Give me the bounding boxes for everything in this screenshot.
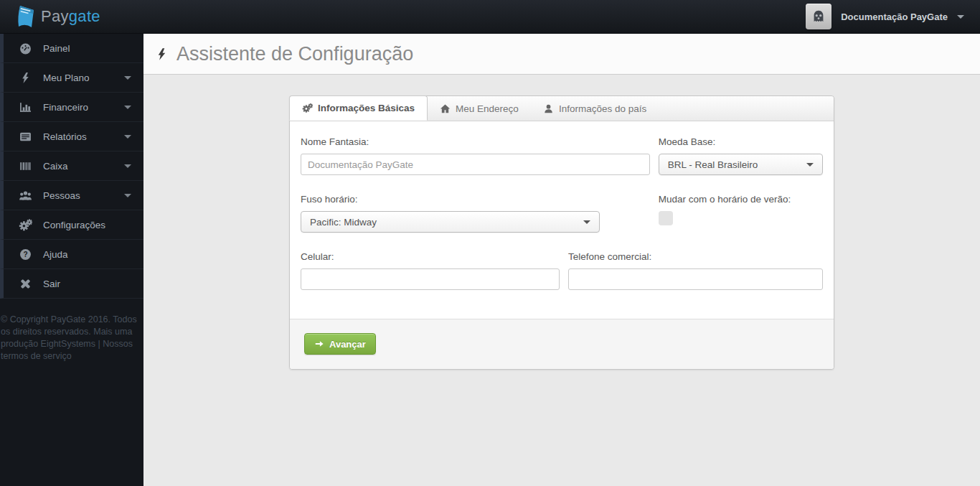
sidebar-item-caixa[interactable]: Caixa: [0, 151, 143, 181]
chevron-down-icon: [124, 76, 131, 80]
fuso-horario-value: Pacific: Midway: [310, 217, 377, 228]
top-navbar: Paygate Documentação PayGate: [0, 0, 980, 34]
sidebar-item-painel[interactable]: Painel: [0, 34, 143, 63]
avatar[interactable]: [806, 4, 831, 29]
avancar-button[interactable]: Avançar: [304, 333, 376, 355]
arrow-right-icon: [314, 339, 324, 349]
tab-bar: Informações Básicas Meu Endereço Informa…: [290, 96, 834, 121]
bolt-icon: [16, 72, 34, 84]
sidebar-item-label: Ajuda: [43, 249, 143, 260]
wizard-form: Nome Fantasia: Moeda Base: BRL - Real Br…: [290, 121, 834, 319]
tachometer-icon: [16, 42, 34, 55]
sidebar-item-pessoas[interactable]: Pessoas: [0, 181, 143, 210]
tab-informacoes-do-pais[interactable]: Informações do país: [531, 96, 659, 121]
brand-text: Paygate: [41, 7, 100, 26]
moeda-base-value: BRL - Real Brasileiro: [668, 159, 758, 170]
wizard-footer: Avançar: [290, 319, 834, 369]
paygate-logo-icon: [14, 4, 36, 29]
home-icon: [440, 103, 451, 114]
svg-text:?: ?: [23, 251, 27, 258]
field-telefone-comercial: Telefone comercial:: [568, 251, 823, 290]
telefone-comercial-label: Telefone comercial:: [568, 251, 823, 262]
sidebar-copyright: © Copyright PayGate 2016. Todos os direi…: [0, 299, 143, 363]
barcode-icon: [16, 160, 34, 172]
field-horario-verao: Mudar com o horário de verão:: [659, 194, 823, 233]
sidebar-item-financeiro[interactable]: Financeiro: [0, 93, 143, 122]
fuso-horario-label: Fuso horário:: [301, 194, 600, 205]
moeda-base-select[interactable]: BRL - Real Brasileiro: [659, 154, 823, 175]
chevron-down-icon: [583, 220, 590, 224]
chevron-down-icon: [124, 164, 131, 168]
sidebar-item-relatorios[interactable]: Relatórios: [0, 122, 143, 151]
sidebar: Painel Meu Plano Financeiro Relatórios: [0, 34, 143, 486]
celular-input[interactable]: [301, 268, 560, 290]
sidebar-item-label: Sair: [43, 279, 143, 289]
nome-fantasia-input[interactable]: [301, 154, 650, 175]
chevron-down-icon: [806, 163, 814, 167]
horario-verao-checkbox[interactable]: [659, 211, 673, 225]
sidebar-item-label: Caixa: [43, 161, 124, 172]
users-icon: [16, 190, 34, 202]
sidebar-item-meu-plano[interactable]: Meu Plano: [0, 63, 143, 93]
tab-label: Informações Básicas: [318, 103, 415, 113]
sidebar-item-label: Meu Plano: [43, 73, 124, 83]
bolt-icon: [155, 45, 169, 64]
chevron-down-icon: [124, 194, 131, 197]
field-celular: Celular:: [301, 251, 560, 290]
sidebar-item-label: Configurações: [43, 220, 143, 230]
nome-fantasia-label: Nome Fantasia:: [301, 136, 650, 147]
celular-label: Celular:: [301, 251, 560, 262]
moeda-base-label: Moeda Base:: [659, 136, 823, 147]
wizard-panel: Informações Básicas Meu Endereço Informa…: [289, 95, 834, 370]
field-fuso-horario: Fuso horário: Pacific: Midway: [301, 194, 600, 233]
field-nome-fantasia: Nome Fantasia:: [301, 136, 650, 175]
fuso-horario-select[interactable]: Pacific: Midway: [301, 211, 600, 233]
sidebar-item-label: Painel: [43, 43, 143, 54]
sidebar-item-label: Pessoas: [43, 190, 124, 201]
bar-chart-icon: [16, 101, 34, 113]
page-title: Assistente de Configuração: [176, 43, 413, 65]
tab-label: Informações do país: [559, 103, 646, 114]
gears-icon: [16, 219, 34, 231]
report-icon: [16, 131, 34, 143]
chevron-down-icon: [957, 15, 964, 19]
user-menu[interactable]: Documentação PayGate: [806, 4, 980, 29]
help-icon: ?: [16, 248, 34, 261]
sidebar-item-label: Relatórios: [43, 131, 124, 142]
sidebar-item-sair[interactable]: Sair: [0, 269, 143, 299]
tab-informacoes-basicas[interactable]: Informações Básicas: [289, 95, 428, 121]
telefone-comercial-input[interactable]: [568, 268, 823, 290]
horario-verao-label: Mudar com o horário de verão:: [659, 194, 823, 205]
sidebar-item-configuracoes[interactable]: Configurações: [0, 210, 143, 240]
sidebar-item-label: Financeiro: [43, 102, 124, 113]
tab-label: Meu Endereço: [456, 103, 519, 114]
main-area: Assistente de Configuração: [143, 34, 980, 486]
brand-logo[interactable]: Paygate: [0, 4, 100, 29]
chevron-down-icon: [124, 106, 131, 109]
field-moeda-base: Moeda Base: BRL - Real Brasileiro: [659, 136, 823, 175]
chevron-down-icon: [124, 135, 131, 139]
content-area: Informações Básicas Meu Endereço Informa…: [143, 95, 980, 486]
user-menu-label: Documentação PayGate: [841, 11, 948, 22]
avancar-label: Avançar: [329, 339, 366, 350]
sidebar-item-ajuda[interactable]: ? Ajuda: [0, 240, 143, 269]
gears-icon: [302, 103, 313, 113]
close-icon: [16, 278, 34, 290]
page-header: Assistente de Configuração: [143, 34, 980, 75]
tab-meu-endereco[interactable]: Meu Endereço: [428, 96, 531, 121]
user-icon: [543, 103, 554, 114]
